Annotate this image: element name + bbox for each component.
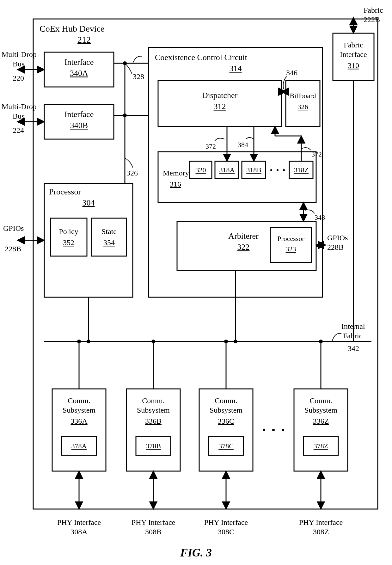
gpios2-title: GPIOs xyxy=(327,234,348,242)
comm-a-inner: 378A xyxy=(71,442,87,450)
mdbus1-ref: 220 xyxy=(13,74,24,82)
svg-text:Subsystem: Subsystem xyxy=(210,406,242,414)
comm-subsystem-c: Comm. Subsystem 336C 378C xyxy=(199,389,253,471)
comm-z-ref: 336Z xyxy=(313,417,329,425)
comm-subsystem-a: Comm. Subsystem 336A 378A xyxy=(52,389,106,471)
svg-text:Comm.: Comm. xyxy=(215,396,237,405)
gpios2-ref: 228B xyxy=(327,243,344,251)
phy-z-ref: 308Z xyxy=(313,528,329,536)
svg-rect-4 xyxy=(51,218,87,256)
interface-340a-box: Interface 340A xyxy=(44,52,114,87)
coexcc-title: Coexistence Control Circuit xyxy=(155,53,248,62)
comm-subsystem-z: Comm. Subsystem 336Z 378Z xyxy=(294,389,348,471)
junction-dot-icon xyxy=(151,340,155,343)
coex-hub-ref: 212 xyxy=(77,35,91,45)
callout-328: 328 xyxy=(133,72,144,81)
comm-c-ref: 336C xyxy=(218,417,234,425)
phy-b-title: PHY Interface xyxy=(132,518,175,526)
policy-box: Policy 352 xyxy=(51,218,87,256)
phy-c-ref: 308C xyxy=(218,528,234,536)
phy-b-ref: 308B xyxy=(145,528,162,536)
phy-z-title: PHY Interface xyxy=(299,518,343,526)
mdbus2-ref: 224 xyxy=(13,126,24,134)
mdbus2-t1: Multi-Drop xyxy=(2,102,37,111)
comm-c-inner: 378C xyxy=(218,442,234,450)
policy-title: Policy xyxy=(59,227,78,236)
arbiterer-title: Arbiterer xyxy=(228,231,259,241)
svg-text:Subsystem: Subsystem xyxy=(137,406,170,414)
mdbus2-t2: Bus xyxy=(13,112,24,120)
dispatcher-ref: 312 xyxy=(214,102,226,111)
ellipsis-dot-icon xyxy=(277,169,279,171)
svg-text:Comm.: Comm. xyxy=(68,396,90,405)
callout-372a: 372 xyxy=(205,142,216,150)
leader-icon xyxy=(246,138,254,139)
fabric-ext-title: Fabric xyxy=(364,6,383,14)
arbiterer-ref: 322 xyxy=(237,243,250,252)
billboard-title: Billboard xyxy=(290,92,316,100)
phy-c-title: PHY Interface xyxy=(204,518,248,526)
junction-dot-icon xyxy=(77,340,81,343)
phy-a-title: PHY Interface xyxy=(57,518,101,526)
mem-318a-ref: 318A xyxy=(219,166,235,174)
interface-b-ref: 340B xyxy=(70,121,88,130)
leader-icon xyxy=(125,158,133,168)
interface-a-title: Interface xyxy=(64,58,94,67)
interface-b-title: Interface xyxy=(64,110,94,119)
junction-dot-icon xyxy=(224,340,228,343)
dispatcher-box: Dispatcher 312 xyxy=(158,81,281,126)
svg-text:Subsystem: Subsystem xyxy=(63,406,95,414)
mdbus1-t1: Multi-Drop xyxy=(2,50,37,58)
state-ref: 354 xyxy=(103,238,115,247)
processor-304-box: Processor 304 Policy 352 State 354 xyxy=(44,183,133,297)
leader-icon xyxy=(215,138,224,141)
internal-fabric-ref: 342 xyxy=(348,344,359,353)
leader-icon xyxy=(133,56,142,63)
phy-a-ref: 308A xyxy=(70,528,88,536)
ellipsis-dot-icon xyxy=(272,429,275,431)
dispatcher-title: Dispatcher xyxy=(202,91,238,100)
mem-320-ref: 320 xyxy=(196,166,206,174)
callout-346: 346 xyxy=(286,69,297,77)
state-box: State 354 xyxy=(92,218,126,256)
policy-ref: 352 xyxy=(63,238,74,247)
junction-dot-icon xyxy=(319,340,323,343)
ellipsis-dot-icon xyxy=(282,429,284,431)
svg-rect-8 xyxy=(158,152,316,202)
svg-text:Comm.: Comm. xyxy=(309,396,332,405)
memory-box: Memory 316 320 318A 318B 318Z xyxy=(158,152,316,202)
callout-372b: 372 xyxy=(311,150,322,158)
leader-icon xyxy=(305,210,315,213)
leader-icon xyxy=(301,148,311,150)
ellipsis-dot-icon xyxy=(270,169,272,171)
junction-dot-icon xyxy=(87,340,90,343)
interface-a-ref: 340A xyxy=(70,69,88,78)
fabric-interface-box: Fabric Interface 310 xyxy=(333,33,374,81)
fabric-if-ref: 310 xyxy=(348,61,359,70)
coex-hub-title: CoEx Hub Device xyxy=(40,24,104,34)
processor-ref: 304 xyxy=(83,198,95,207)
leader-icon xyxy=(126,64,132,74)
coexcc-box: Coexistence Control Circuit 314 Dispatch… xyxy=(149,47,322,297)
small-processor-ref: 323 xyxy=(286,245,296,253)
small-processor-title: Processor xyxy=(277,235,304,243)
fabric-ext-ref: 222B xyxy=(364,15,380,24)
fabric-if-t2: Interface xyxy=(340,50,367,58)
memory-ref: 316 xyxy=(170,180,181,188)
internal-fabric-label2: Fabric xyxy=(343,332,362,340)
callout-326: 326 xyxy=(126,169,138,177)
state-title: State xyxy=(101,227,117,236)
mem-318z-ref: 318Z xyxy=(294,166,309,174)
billboard-ref: 326 xyxy=(298,103,308,111)
callout-348: 348 xyxy=(315,213,325,221)
svg-text:Comm.: Comm. xyxy=(142,396,164,405)
gpios-title: GPIOs xyxy=(3,224,24,232)
svg-text:Subsystem: Subsystem xyxy=(304,406,337,414)
junction-dot-icon xyxy=(234,340,237,343)
gpios-ref: 228B xyxy=(5,245,21,253)
interface-340b-box: Interface 340B xyxy=(44,104,114,139)
comm-subsystem-b: Comm. Subsystem 336B 378B xyxy=(126,389,180,471)
callout-384: 384 xyxy=(238,141,248,149)
arbiterer-box: Arbiterer 322 Processor 323 xyxy=(177,221,316,270)
comm-b-ref: 336B xyxy=(145,417,162,425)
